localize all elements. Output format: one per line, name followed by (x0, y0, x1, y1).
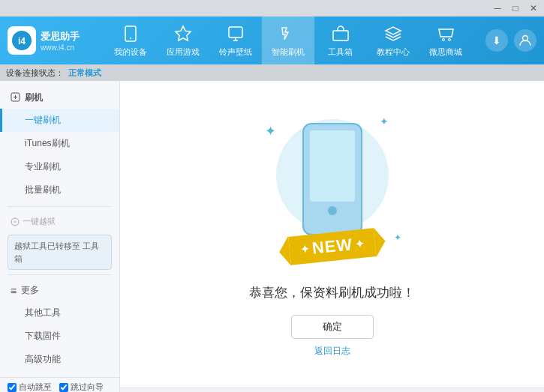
sidebar-item-itunes[interactable]: iTunes刷机 (0, 132, 119, 155)
sidebar-item-onekey[interactable]: 一键刷机 (0, 109, 119, 132)
checkbox-area: 自动跳至 跳过向导 (0, 377, 120, 392)
nav-item-device[interactable]: 我的设备 (104, 16, 157, 64)
nav-item-shop[interactable]: 微思商城 (419, 16, 472, 64)
svg-point-8 (442, 39, 444, 41)
sidebar: 刷机 一键刷机 iTunes刷机 专业刷机 批量刷机 一键越狱 (0, 81, 120, 377)
close-button[interactable]: ✕ (524, 0, 542, 16)
illustration: ✦ ✦ ✦ ✦ NEW ✦ (257, 112, 407, 277)
skip-wizard-checkbox[interactable]: 跳过向导 (59, 382, 104, 392)
ringtone-icon (225, 23, 246, 44)
main-layout: 刷机 一键刷机 iTunes刷机 专业刷机 批量刷机 一键越狱 (0, 81, 544, 388)
logo-text: 爱思助手 www.i4.cn (41, 30, 80, 52)
confirm-button[interactable]: 确定 (291, 315, 374, 339)
account-button[interactable] (514, 29, 536, 52)
sidebar-item-batch[interactable]: 批量刷机 (0, 178, 119, 202)
sidebar-item-advanced[interactable]: 高级功能 (0, 348, 119, 371)
sidebar-item-firmware[interactable]: 下载固件 (0, 325, 119, 348)
skip-wizard-check[interactable] (59, 383, 68, 392)
phone-screen-bg (310, 130, 355, 202)
auto-jump-check[interactable] (8, 383, 17, 392)
nav-item-toolbox[interactable]: 工具箱 (314, 16, 367, 64)
sidebar-item-pro[interactable]: 专业刷机 (0, 155, 119, 178)
svg-rect-4 (229, 27, 242, 37)
sidebar-divider-1 (8, 206, 112, 207)
auto-jump-checkbox[interactable]: 自动跳至 (8, 382, 52, 392)
sparkle-left: ✦ (265, 123, 276, 139)
nav-right-actions: ⬇ (485, 29, 536, 52)
app-icon (173, 23, 194, 44)
sparkle-right: ✦ (394, 232, 401, 243)
sidebar-section-flash: 刷机 (0, 87, 119, 109)
logo-area: i4 爱思助手 www.i4.cn (8, 26, 90, 55)
new-ribbon: ✦ NEW ✦ (278, 226, 387, 267)
toolbox-icon (330, 23, 351, 44)
success-message: 恭喜您，保资料刷机成功啦！ (249, 284, 415, 301)
nav-item-ringtone[interactable]: 铃声壁纸 (209, 16, 262, 64)
nav-item-app[interactable]: 应用游戏 (157, 16, 209, 64)
nav-bar: 我的设备 应用游戏 铃声壁纸 (90, 16, 485, 64)
main-content: ✦ ✦ ✦ ✦ NEW ✦ 恭喜您，保资料刷机成功啦！ (120, 81, 544, 388)
logo-icon: i4 (8, 26, 36, 55)
sidebar-item-jailbreak: 一键越狱 (0, 211, 119, 232)
flash-icon (278, 23, 299, 44)
title-bar: ─ □ ✕ (0, 0, 544, 16)
sidebar-divider-2 (8, 274, 112, 275)
sparkle-top: ✦ (380, 115, 389, 127)
status-bar: 设备连接状态： 正常模式 (0, 64, 544, 81)
maximize-button[interactable]: □ (506, 0, 524, 16)
download-button[interactable]: ⬇ (485, 29, 508, 52)
flash-section-icon (11, 92, 20, 104)
svg-text:i4: i4 (18, 36, 26, 46)
minimize-button[interactable]: ─ (488, 0, 506, 16)
svg-point-3 (130, 37, 131, 39)
shop-icon (435, 23, 456, 44)
nav-item-flash[interactable]: 智能刷机 (262, 16, 314, 64)
device-icon (120, 23, 141, 44)
svg-rect-7 (333, 31, 348, 40)
sidebar-wrapper: 刷机 一键刷机 iTunes刷机 专业刷机 批量刷机 一键越狱 (0, 81, 120, 388)
svg-point-9 (448, 39, 450, 41)
phone-illustration (302, 123, 362, 235)
phone-home-btn (328, 206, 337, 215)
header: i4 爱思助手 www.i4.cn 我的设备 应用游戏 (0, 16, 544, 64)
status-mode: 正常模式 (68, 67, 101, 79)
sidebar-jailbreak-notice: 越狱工具已转移至 工具箱 (8, 235, 112, 270)
sidebar-section-more: ≡ 更多 (0, 280, 119, 301)
nav-item-tutorial[interactable]: 教程中心 (367, 16, 419, 64)
sidebar-item-othertool[interactable]: 其他工具 (0, 301, 119, 325)
tutorial-icon (383, 23, 404, 44)
back-home-link[interactable]: 返回日志 (314, 345, 350, 358)
